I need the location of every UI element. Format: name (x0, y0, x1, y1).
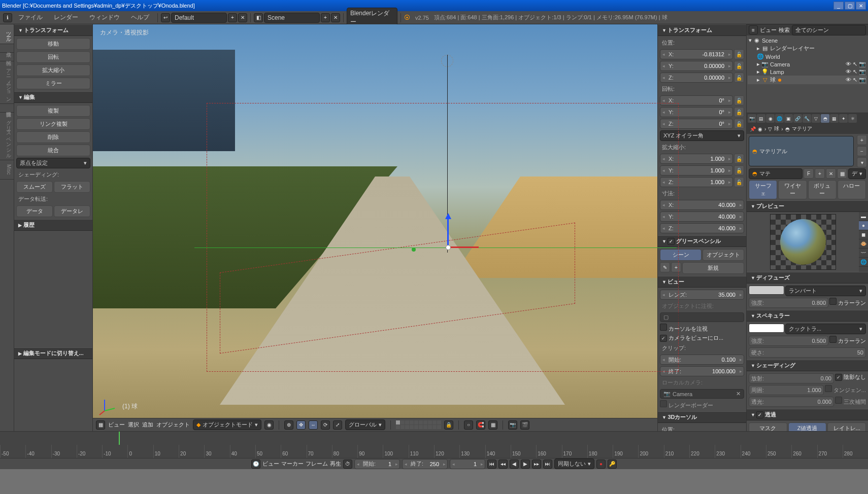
remove-slot-button[interactable]: − (857, 146, 867, 156)
preview-flat-icon[interactable]: ▬ (859, 212, 868, 221)
manipulator-toggle[interactable]: ✥ (296, 420, 306, 430)
ambient-field[interactable]: 周囲:1.000 (749, 385, 824, 395)
current-frame-field[interactable]: ◂1▸ (450, 459, 485, 469)
surface-tab[interactable]: サーフェ (749, 180, 777, 199)
material-name-field[interactable]: ◓マテ (749, 168, 803, 179)
specular-header[interactable]: スペキュラー (747, 310, 868, 322)
gizmo-z-axis[interactable] (447, 217, 449, 248)
lock-loc-x[interactable]: 🔓 (734, 49, 744, 59)
data-button[interactable]: データ (16, 205, 53, 217)
smooth-button[interactable]: スムーズ (16, 181, 53, 193)
back-icon[interactable]: ↩ (161, 13, 170, 22)
ptab-modifiers[interactable]: 🔧 (803, 114, 811, 123)
ptab-constraints[interactable]: 🔗 (793, 114, 802, 123)
menu-window[interactable]: ウィンドウ (84, 11, 125, 24)
editmode-toggle[interactable]: 編集モードに切り替え... (14, 347, 92, 359)
delete-layout-icon[interactable]: ✕ (238, 13, 247, 22)
play-icon[interactable]: ▶ (521, 460, 530, 469)
gizmo-x-axis[interactable] (448, 246, 479, 248)
join-button[interactable]: 統合 (16, 145, 90, 156)
mat-f-button[interactable]: F (804, 168, 814, 179)
menu-render[interactable]: レンダー (49, 11, 83, 24)
translucency-field[interactable]: 透光:0.000 (749, 397, 834, 407)
datalayout-button[interactable]: データレ (54, 205, 90, 217)
minimize-button[interactable]: _ (833, 2, 844, 10)
proportional-icon[interactable]: ○ (464, 420, 473, 430)
slot-menu-button[interactable]: ▾ (857, 157, 867, 167)
vp-add-menu[interactable]: 追加 (142, 421, 153, 429)
shadeless-check[interactable]: ✓ (835, 374, 842, 381)
ptab-render[interactable]: 📷 (748, 114, 756, 123)
start-frame-field[interactable]: ◂開始:1▸ (354, 459, 400, 469)
jump-start-icon[interactable]: ⏮ (487, 460, 496, 469)
tab-misc[interactable]: Misc (0, 160, 14, 180)
raytrace-button[interactable]: レイトレ... (827, 422, 866, 431)
cubic-check[interactable] (835, 397, 842, 404)
diffuse-ramp-check[interactable] (829, 298, 837, 305)
scene-select[interactable]: Scene (264, 13, 320, 23)
preview-sphere-icon[interactable]: ● (859, 221, 868, 230)
link-duplicate-button[interactable]: リンク複製 (16, 118, 90, 130)
pin-icon[interactable]: 📌 (750, 126, 756, 132)
transform-header[interactable]: トランスフォーム (14, 24, 92, 36)
diffuse-color[interactable] (749, 286, 784, 295)
editor-type-viewport-icon[interactable]: ▦ (96, 420, 105, 430)
pivot-icon[interactable]: ⊕ (284, 420, 293, 430)
wire-tab[interactable]: ワイヤー (778, 180, 807, 199)
render-eye-icon[interactable]: 📷 (859, 61, 866, 67)
timeline-ruler[interactable] (0, 432, 868, 445)
play-reverse-icon[interactable]: ◀ (510, 460, 519, 469)
menu-file[interactable]: ファイル (13, 11, 48, 24)
manip-translate-icon[interactable]: ↔ (309, 420, 318, 430)
shading-icon[interactable]: ◉ (264, 420, 274, 430)
diffuse-shader-select[interactable]: ランバート▾ (785, 286, 866, 296)
preview-monkey-icon[interactable]: 🐵 (859, 239, 868, 249)
ptab-material[interactable]: ◓ (821, 114, 829, 123)
scale-button[interactable]: 拡大縮小 (16, 64, 90, 76)
flat-button[interactable]: フラット (54, 181, 90, 193)
rotate-button[interactable]: 回転 (16, 51, 90, 63)
lock-sc-y[interactable]: 🔓 (734, 165, 744, 175)
mirror-button[interactable]: ミラー (16, 78, 90, 89)
add-layout-icon[interactable]: + (228, 13, 237, 22)
tl-marker-menu[interactable]: マーカー (281, 460, 304, 468)
edit-header[interactable]: 編集 (14, 91, 92, 103)
tree-sphere[interactable]: ▸▽球👁↖📷 (748, 76, 867, 84)
set-origin-dropdown[interactable]: 原点を設定▾ (16, 158, 90, 168)
snap-icon[interactable]: 🧲 (476, 420, 485, 430)
scene-browse-icon[interactable]: ◧ (254, 13, 263, 22)
lock-loc-y[interactable]: 🔓 (734, 61, 744, 71)
preview-header[interactable]: プレビュー (747, 200, 868, 212)
tree-renderlayers[interactable]: ▸▤レンダーレイヤー (748, 44, 867, 53)
loc-x-field[interactable]: ◂X:-0.81312▸ (660, 49, 733, 59)
lock-layers-icon[interactable]: 🔒 (444, 420, 453, 430)
vp-object-menu[interactable]: オブジェクト (156, 421, 190, 429)
ptab-physics[interactable]: ⚛ (848, 114, 857, 123)
lock-rot-y[interactable]: 🔓 (734, 107, 744, 117)
tree-world[interactable]: 🌐World (748, 53, 867, 60)
tl-frame-menu[interactable]: フレーム (306, 460, 328, 468)
ztrans-button[interactable]: Z値透過 (788, 422, 827, 431)
layout-select[interactable]: Default (171, 13, 227, 23)
outliner-type-icon[interactable]: ≡ (749, 25, 758, 34)
keyframe-next-icon[interactable]: ▸▸ (532, 460, 541, 469)
tab-physics[interactable]: 物理演算 (0, 104, 14, 113)
snap-type-icon[interactable]: ▦ (488, 420, 497, 430)
shading-header[interactable]: シェーディング (747, 360, 868, 371)
gizmo-z-arrow[interactable] (445, 213, 451, 219)
maximize-button[interactable]: ▢ (845, 2, 855, 10)
hardness-field[interactable]: 硬さ:50 (749, 347, 866, 358)
specular-intensity-field[interactable]: 強度:0.500 (749, 336, 828, 346)
loc-z-field[interactable]: ◂Z:0.00000▸ (660, 73, 733, 83)
3d-viewport[interactable]: カメラ・透視投影 (1) 球 ▦ ビュー 選択 追加 オブジェクト ◆オブジェク… (93, 24, 657, 431)
range-icon[interactable]: ⏱ (343, 460, 352, 469)
specular-ramp-check[interactable] (829, 336, 837, 343)
ptab-world[interactable]: 🌐 (775, 114, 784, 123)
editor-type-icon[interactable]: ℹ (3, 13, 12, 22)
lock-sc-x[interactable]: 🔓 (734, 154, 744, 164)
tab-relations[interactable]: 関係 (0, 53, 14, 61)
move-button[interactable]: 移動 (16, 38, 90, 50)
specular-shader-select[interactable]: クックトラ...▾ (785, 324, 866, 334)
outliner-view-menu[interactable]: ビュー (760, 26, 777, 34)
mat-plus-button[interactable]: + (815, 168, 825, 179)
